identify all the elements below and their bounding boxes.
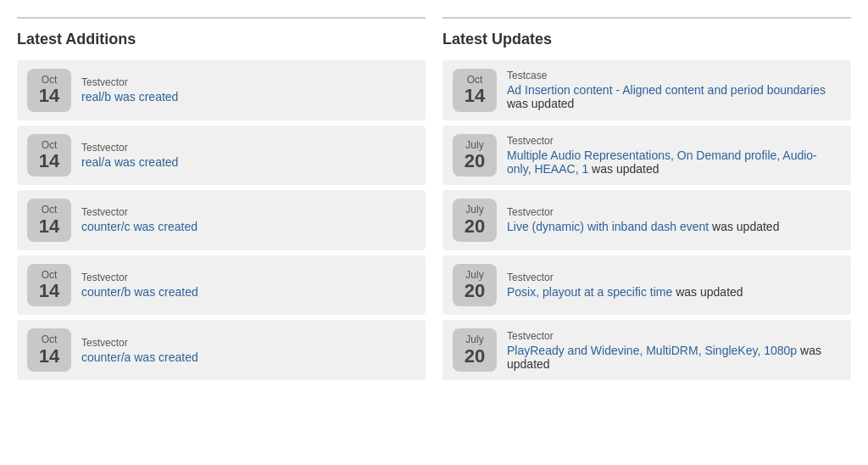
item-type: Testvector [81,272,415,283]
date-badge: Oct 14 [27,69,71,112]
date-day: 20 [465,216,485,237]
date-badge: July 20 [453,328,497,372]
item-content: Testcase Ad Insertion content - Aligned … [507,70,841,110]
date-day: 14 [39,281,59,301]
date-month: July [465,139,483,151]
item-type: Testvector [81,206,415,218]
date-day: 20 [465,281,485,301]
list-item: Oct 14 Testvector counter/b was created [17,255,426,316]
date-month: Oct [42,333,58,345]
list-item: Oct 14 Testvector real/b was created [17,60,426,120]
list-item: Oct 14 Testvector real/a was created [17,126,426,186]
item-content: Testvector counter/a was created [81,337,415,364]
date-badge: July 20 [453,264,497,307]
list-item: July 20 Testvector PlayReady and Widevin… [442,320,851,380]
date-day: 20 [465,151,485,171]
item-type: Testvector [81,337,415,349]
date-badge: July 20 [453,199,497,242]
description-suffix: was updated [507,344,821,371]
list-item: Oct 14 Testcase Ad Insertion content - A… [442,60,851,120]
list-item: July 20 Testvector Live (dynamic) with i… [442,190,851,250]
date-day: 14 [465,86,485,106]
date-month: July [465,204,483,216]
item-description[interactable]: Posix, playout at a specific time was up… [507,285,841,299]
item-content: Testvector Multiple Audio Representation… [507,135,841,176]
list-item: July 20 Testvector Posix, playout at a s… [442,255,851,316]
item-content: Testvector counter/b was created [81,272,415,299]
item-content: Testvector PlayReady and Widevine, Multi… [507,330,841,371]
item-type: Testvector [81,142,415,154]
page-container: Latest Additions Oct 14 Testvector real/… [0,0,868,397]
item-content: Testvector Live (dynamic) with inband da… [507,206,841,233]
item-content: Testvector real/a was created [81,142,415,169]
description-suffix: was updated [709,220,779,233]
item-description[interactable]: Multiple Audio Representations, On Deman… [507,148,841,176]
item-type: Testvector [507,206,841,218]
list-item: July 20 Testvector Multiple Audio Repres… [442,126,851,186]
additions-column: Latest Additions Oct 14 Testvector real/… [17,17,426,380]
item-description[interactable]: counter/a was created [81,350,415,364]
date-month: July [465,269,483,281]
date-month: July [465,333,483,345]
item-description[interactable]: real/b was created [81,90,415,104]
date-day: 14 [39,216,59,237]
item-description[interactable]: real/a was created [81,155,415,169]
list-item: Oct 14 Testvector counter/a was created [17,320,426,380]
list-item: Oct 14 Testvector counter/c was created [17,190,426,250]
item-type: Testvector [507,135,841,147]
item-type: Testvector [507,272,841,283]
item-type: Testvector [507,330,841,342]
item-description[interactable]: Ad Insertion content - Aligned content a… [507,83,841,110]
description-suffix: was updated [507,97,574,110]
date-month: Oct [42,269,58,281]
date-badge: Oct 14 [27,199,71,242]
date-badge: Oct 14 [27,264,71,307]
item-description[interactable]: Live (dynamic) with inband dash event wa… [507,220,841,233]
updates-title: Latest Updates [442,31,851,48]
item-content: Testvector real/b was created [81,76,415,104]
date-badge: Oct 14 [453,69,497,112]
description-suffix: was updated [588,162,659,176]
date-month: Oct [42,139,58,151]
item-type: Testvector [81,76,415,88]
date-day: 20 [465,346,485,367]
date-day: 14 [39,151,59,171]
item-description[interactable]: PlayReady and Widevine, MultiDRM, Single… [507,344,841,371]
additions-title: Latest Additions [17,31,426,48]
date-badge: July 20 [453,134,497,177]
date-badge: Oct 14 [27,328,71,372]
date-badge: Oct 14 [27,134,71,177]
item-type: Testcase [507,70,841,81]
item-content: Testvector counter/c was created [81,206,415,233]
additions-list: Oct 14 Testvector real/b was created Oct… [17,60,426,380]
date-day: 14 [39,86,59,106]
updates-list: Oct 14 Testcase Ad Insertion content - A… [442,60,851,380]
date-month: Oct [467,74,483,86]
date-month: Oct [42,204,58,216]
updates-column: Latest Updates Oct 14 Testcase Ad Insert… [442,17,851,380]
item-description[interactable]: counter/b was created [81,285,415,299]
date-day: 14 [39,346,59,367]
item-description[interactable]: counter/c was created [81,220,415,233]
item-content: Testvector Posix, playout at a specific … [507,272,841,299]
description-suffix: was updated [672,285,743,299]
date-month: Oct [42,74,58,86]
